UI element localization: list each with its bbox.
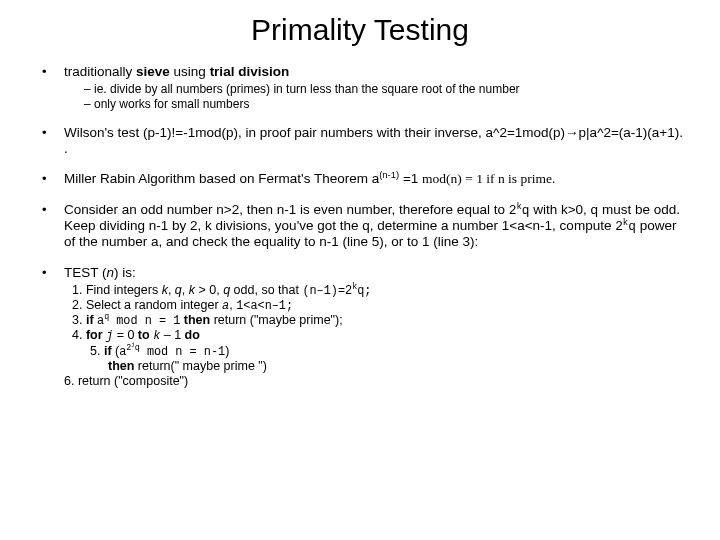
text-bold: then (180, 313, 213, 327)
text-bold: if (86, 313, 97, 327)
text-bold: if (104, 344, 115, 358)
text: 3. (72, 313, 86, 327)
text-bold: then (108, 359, 138, 373)
text: q (628, 219, 636, 234)
text-mono: aq mod n = 1 (97, 314, 180, 328)
text: Miller Rabin Algorithm based on Fermat's… (64, 171, 379, 186)
text-italic: n (107, 265, 115, 280)
bullet-item: traditionally sieve using trial division… (36, 64, 684, 111)
text-bold: sieve (136, 64, 170, 79)
text: 1. Find integers (72, 283, 162, 297)
text: only works for small numbers (94, 97, 249, 111)
text: return(" maybe prime ") (138, 359, 267, 373)
text-italic: q (175, 283, 182, 297)
text: return ("maybe prime"); (214, 313, 343, 327)
text: , (168, 283, 175, 297)
text-bold: trial division (210, 64, 290, 79)
text: mod n = n-1 (140, 345, 225, 359)
superscript: (n-1) (379, 169, 399, 180)
text: using (170, 64, 210, 79)
sub-item: ie. divide by all numbers (primes) in tu… (84, 82, 684, 96)
text: , (182, 283, 189, 297)
text: > 0, (195, 283, 223, 297)
text: 5. (90, 344, 104, 358)
text: Consider an odd number n>2, then n-1 is … (64, 202, 509, 217)
text: q; (357, 284, 371, 298)
text: – 1 (160, 328, 184, 342)
superscript: 2jq (126, 343, 139, 352)
step: 5. if (a2jq mod n = n-1) (72, 344, 684, 359)
page-title: Primality Testing (36, 12, 684, 48)
text: ie. divide by all numbers (primes) in tu… (94, 82, 520, 96)
text: TEST ( (64, 265, 107, 280)
text: =1 (399, 171, 422, 186)
step: 1. Find integers k, q, k > 0, q odd, so … (72, 283, 684, 298)
text-mono: a2jq mod n = n-1 (119, 345, 225, 359)
text-bold: to (138, 328, 153, 342)
sub-list: ie. divide by all numbers (primes) in tu… (64, 82, 684, 111)
text-mono: 1<a<n–1; (236, 299, 293, 313)
sub-item: only works for small numbers (84, 97, 684, 111)
bullet-list: traditionally sieve using trial division… (36, 64, 684, 389)
step: 4. for j = 0 to k – 1 do (72, 328, 684, 343)
text: 4. (72, 328, 86, 342)
bullet-item: Miller Rabin Algorithm based on Fermat's… (36, 171, 684, 187)
steps-list: 1. Find integers k, q, k > 0, q odd, so … (64, 283, 684, 389)
text-mono: (n–1)=2kq; (302, 284, 371, 298)
step: 6. return ("composite") (64, 374, 684, 389)
bullet-item: TEST (n) is: 1. Find integers k, q, k > … (36, 265, 684, 389)
text: ) is: (114, 265, 136, 280)
bullet-item: Consider an odd number n>2, then n-1 is … (36, 202, 684, 251)
text-bold: for (86, 328, 106, 342)
text: ) (225, 344, 229, 358)
step: then return(" maybe prime ") (72, 359, 684, 374)
text-serif: mod(n) = 1 if n is prime. (422, 171, 555, 186)
text: mod n = 1 (109, 314, 180, 328)
step: 3. if aq mod n = 1 then return ("maybe p… (72, 313, 684, 328)
bullet-item: Wilson's test (p-1)!=-1mod(p), in proof … (36, 125, 684, 157)
text: 2. Select a random integer (72, 298, 222, 312)
text: traditionally (64, 64, 136, 79)
text-mono: 2kq (509, 203, 530, 218)
text: 6. return ("composite") (64, 374, 188, 388)
text-bold: do (185, 328, 200, 342)
text: (n–1)=2 (302, 284, 352, 298)
text-mono: 2kq (615, 219, 636, 234)
text: Wilson's test (p-1)!=-1mod(p), in proof … (64, 125, 683, 156)
step: 2. Select a random integer a, 1<a<n–1; (72, 298, 684, 313)
text: odd, so that (230, 283, 302, 297)
text: 2 (615, 219, 623, 234)
